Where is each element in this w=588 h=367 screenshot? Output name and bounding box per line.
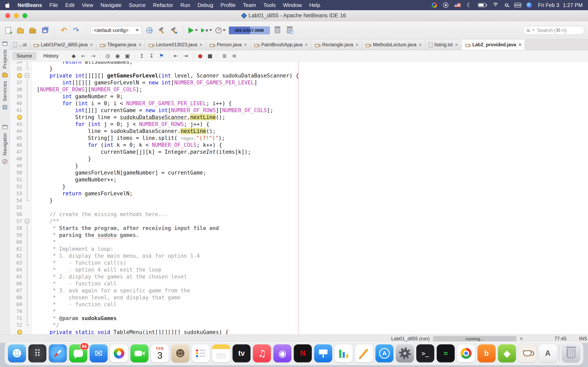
redo-button[interactable]: ↷ bbox=[72, 25, 81, 36]
next-bookmark-icon[interactable]: ↧ bbox=[148, 52, 155, 59]
code-text[interactable]: * - function call bbox=[32, 280, 117, 287]
battery-icon[interactable] bbox=[478, 3, 486, 7]
fold-margin[interactable]: − bbox=[23, 72, 32, 79]
code-line-43[interactable]: 43 for (int j = 0; j < NUMBER_OF_ROWS; j… bbox=[10, 121, 588, 128]
code-line-68[interactable]: 68 * chosen level, and display that game bbox=[10, 294, 588, 301]
dock-item-calendar[interactable]: FEB3 bbox=[151, 344, 169, 362]
gc-button[interactable] bbox=[273, 25, 282, 36]
back-icon[interactable]: ← bbox=[80, 52, 87, 59]
code-line-52[interactable]: 52 } bbox=[10, 183, 588, 190]
previous-bookmark-icon[interactable]: ↥ bbox=[138, 52, 145, 59]
code-line-35[interactable]: 35 } bbox=[10, 65, 588, 72]
gutter-warning-icon[interactable] bbox=[10, 72, 23, 79]
code-text[interactable]: } bbox=[32, 65, 53, 72]
profile-project-button[interactable] bbox=[215, 25, 226, 36]
dock-item-launchpad[interactable]: ⠿ bbox=[28, 344, 46, 362]
code-line-44[interactable]: 44 line = sudokuDataBaseScanner.nextLine… bbox=[10, 128, 588, 134]
code-line-69[interactable]: 69 * - function call bbox=[10, 301, 588, 308]
code-line-50[interactable]: 50 gamesForLevelN[gameNumber] = currentG… bbox=[10, 169, 588, 176]
menu-item-help[interactable]: Help bbox=[309, 2, 320, 8]
code-text[interactable]: int[][][] gamesForLevelN = new int[NUMBE… bbox=[32, 79, 257, 86]
tab-close-icon[interactable]: × bbox=[355, 42, 359, 48]
search-scope-icon[interactable] bbox=[532, 30, 534, 31]
new-project-button[interactable] bbox=[16, 25, 25, 36]
code-line-66[interactable]: 66 * - function call bbox=[10, 280, 588, 287]
dock-item-notes[interactable] bbox=[212, 344, 230, 362]
tab-close-icon[interactable]: × bbox=[455, 42, 458, 48]
code-line-61[interactable]: 61 * Implement a loop: bbox=[10, 245, 588, 252]
navigator-group-icon[interactable] bbox=[2, 125, 7, 129]
code-line-57[interactable]: 57− /** bbox=[10, 218, 588, 225]
dock-item-keynote[interactable] bbox=[314, 344, 332, 362]
code-text[interactable]: * 3. ask again for a specific game from … bbox=[32, 287, 190, 294]
dock-item-unity-hub[interactable]: ◆ bbox=[498, 344, 516, 362]
dock-item-apple-tv[interactable]: tv bbox=[233, 344, 251, 362]
menu-clock[interactable]: Fri Feb 3 1:27 PM bbox=[538, 2, 583, 8]
comment-icon[interactable]: ≣ bbox=[221, 52, 228, 59]
dock-item-netflix[interactable]: N bbox=[294, 344, 312, 362]
dock-item-podcasts[interactable]: ◉ bbox=[273, 344, 291, 362]
code-text[interactable]: * - function call bbox=[32, 301, 117, 308]
code-text[interactable]: private int[][][] getGamesForLevel(int l… bbox=[32, 72, 299, 79]
tab-lecture013023-java[interactable]: Lecture013023.java× bbox=[145, 40, 206, 50]
record-macro-icon[interactable]: ● bbox=[197, 52, 204, 59]
forward-icon[interactable]: → bbox=[90, 52, 97, 59]
menu-item-refactor[interactable]: Refactor bbox=[153, 2, 173, 8]
tab--xt[interactable]: ...xt bbox=[10, 40, 30, 50]
build-project-button[interactable] bbox=[157, 25, 166, 36]
fold-margin[interactable]: − bbox=[23, 218, 32, 225]
menu-item-profile[interactable]: Profile bbox=[221, 2, 236, 8]
code-text[interactable] bbox=[32, 204, 37, 211]
code-text[interactable]: * chosen level, and display that game bbox=[32, 294, 181, 301]
code-line-72[interactable]: 72 */ bbox=[10, 322, 588, 329]
dock-item-blender[interactable]: b bbox=[477, 344, 495, 362]
toggle-bookmark-icon[interactable]: ⚑ bbox=[158, 52, 165, 59]
dock-item-photos[interactable] bbox=[110, 344, 128, 362]
navigator-compass-icon[interactable] bbox=[2, 159, 7, 164]
code-text[interactable]: [NUMBER_OF_ROWS][NUMBER_OF_COLS]; bbox=[32, 86, 142, 93]
code-text[interactable]: * parsing the sudoku games. bbox=[32, 232, 139, 239]
open-project-button[interactable] bbox=[28, 25, 37, 36]
code-text[interactable]: * 2. display the games at the chosen lev… bbox=[32, 273, 187, 280]
code-line-38[interactable]: 38[NUMBER_OF_ROWS][NUMBER_OF_COLS]; bbox=[10, 86, 588, 93]
code-line-63[interactable]: 63 * - function call(s) bbox=[10, 259, 588, 266]
menu-item-run[interactable]: Run bbox=[181, 2, 190, 8]
code-line-64[interactable]: 64 * - option 4 will exit the loop bbox=[10, 266, 588, 273]
code-text[interactable]: return gamesForLevelN; bbox=[32, 190, 133, 197]
code-line-58[interactable]: 58 * Starts the program, after receiving… bbox=[10, 225, 588, 232]
code-line-60[interactable]: 60 * bbox=[10, 239, 588, 245]
projects-folder-icon[interactable] bbox=[2, 74, 8, 77]
code-line-71[interactable]: 71 * @param sudokuGames bbox=[10, 315, 588, 322]
find-selection-icon[interactable]: ◎ bbox=[104, 52, 111, 59]
code-editor[interactable]: 34 return allSudokuGames;35 }− private i… bbox=[10, 62, 588, 334]
run-project-button[interactable] bbox=[189, 25, 198, 36]
clean-build-button[interactable] bbox=[169, 25, 178, 36]
code-line-41[interactable]: 41 int[][] currentGame = new int[NUMBER_… bbox=[10, 107, 588, 114]
code-text[interactable]: } bbox=[32, 162, 78, 169]
close-window-button[interactable] bbox=[5, 13, 10, 18]
code-line-34[interactable]: 34 return allSudokuGames; bbox=[10, 62, 588, 65]
find-occurrences-icon[interactable]: ◉ bbox=[114, 52, 121, 59]
code-line-53[interactable]: 53 return gamesForLevelN; bbox=[10, 190, 588, 197]
wifi-icon[interactable] bbox=[492, 3, 499, 8]
search-box[interactable]: Search (⌘+I) bbox=[523, 26, 584, 35]
code-text[interactable]: * 1. display the main menu, ask for opti… bbox=[32, 252, 200, 259]
shift-left-icon[interactable]: ⇤ bbox=[173, 52, 180, 59]
code-text[interactable]: // create the missing methods here... bbox=[32, 211, 168, 218]
progress-bar[interactable]: running... bbox=[433, 336, 516, 342]
web-button[interactable] bbox=[145, 25, 154, 36]
code-text[interactable]: for (int k = 0; k < NUMBER_OF_COLS; k++)… bbox=[32, 142, 222, 149]
menu-item-edit[interactable]: Edit bbox=[65, 2, 75, 8]
tab-methodslecture-java[interactable]: MethodsLecture.java× bbox=[362, 40, 425, 50]
code-line-59[interactable]: 59 * parsing the sudoku games. bbox=[10, 232, 588, 239]
memory-indicator[interactable]: 269.5/557.0MB bbox=[229, 26, 270, 34]
new-file-button[interactable] bbox=[4, 25, 13, 36]
dock-item-terminal[interactable]: >_ bbox=[416, 344, 434, 362]
history-view-button[interactable]: History bbox=[39, 52, 63, 60]
dock-item-reminders[interactable] bbox=[192, 344, 210, 362]
code-text[interactable]: /** bbox=[32, 218, 59, 225]
code-line-73[interactable]: private static void TableMenu(int[][][][… bbox=[10, 329, 588, 334]
tab-paintbrushapp-java[interactable]: PaintBrushApp.java× bbox=[251, 40, 311, 50]
toggle-highlight-icon[interactable]: ▣ bbox=[124, 52, 131, 59]
code-line-55[interactable]: 55 bbox=[10, 204, 588, 211]
